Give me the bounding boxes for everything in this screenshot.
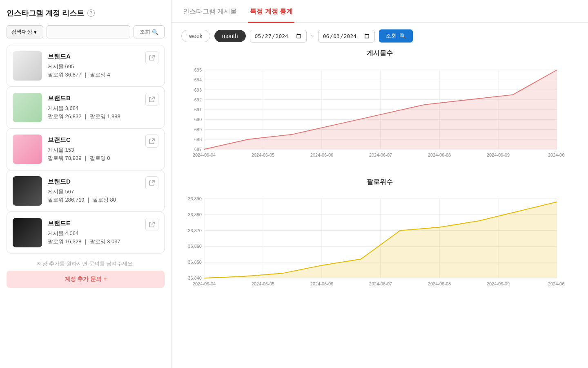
account-info: 브랜드D 게시물 567 팔로워 286,719 ｜ 팔로잉 80 (48, 178, 158, 204)
follower-chart-svg: 36,89036,88036,87036,86036,85036,8402024… (181, 191, 565, 297)
svg-text:2024-06-08: 2024-06-08 (428, 281, 451, 286)
svg-text:36,880: 36,880 (188, 212, 202, 217)
svg-text:688: 688 (194, 137, 202, 142)
external-link-button[interactable] (145, 51, 158, 64)
account-card: 브랜드E 게시물 4,064 팔로워 16,328 ｜ 팔로잉 3,037 (7, 212, 165, 254)
post-chart-title: 게시물수 (181, 49, 578, 58)
search-icon-query: 🔍 (399, 33, 406, 39)
external-link-button[interactable] (145, 93, 158, 106)
search-row: 검색대상 ▾ 조회 🔍 (7, 25, 165, 38)
tab-instagram-posts[interactable]: 인스타그램 게시물 (181, 0, 238, 23)
svg-text:2024-06-06: 2024-06-06 (310, 281, 333, 286)
query-button[interactable]: 조회 🔍 (379, 29, 413, 43)
svg-text:2024-06-05: 2024-06-05 (252, 153, 274, 157)
account-posts: 게시물 695 (48, 63, 158, 70)
tab-account-stats[interactable]: 특정 계정 통계 (248, 0, 294, 23)
svg-text:2024-06-07: 2024-06-07 (369, 281, 392, 286)
external-link-icon (149, 96, 155, 102)
chevron-down-icon: ▾ (34, 29, 37, 35)
svg-text:2024-06-08: 2024-06-08 (428, 153, 451, 157)
account-info: 브랜드B 게시물 3,684 팔로워 26,832 ｜ 팔로잉 1,888 (48, 94, 158, 121)
account-list: 브랜드A 게시물 695 팔로워 36,877 ｜ 팔로잉 4 브랜드B 게시물… (7, 45, 165, 254)
account-info: 브랜드C 게시물 153 팔로워 78,939 ｜ 팔로잉 0 (48, 136, 158, 163)
external-link-button[interactable] (145, 218, 158, 231)
avatar (13, 176, 42, 206)
account-name: 브랜드D (48, 178, 158, 186)
external-link-button[interactable] (145, 176, 158, 189)
month-filter-button[interactable]: month (214, 30, 246, 42)
post-chart-container: 게시물수 6956946936926916906896886872024-06-… (172, 49, 588, 178)
account-name: 브랜드B (48, 94, 158, 102)
svg-text:2024-06-09: 2024-06-09 (487, 153, 510, 157)
svg-text:2024-06-07: 2024-06-07 (369, 153, 392, 157)
week-filter-button[interactable]: week (181, 30, 210, 42)
external-link-icon (149, 180, 155, 186)
date-from-input[interactable] (250, 30, 307, 43)
avatar (13, 135, 42, 164)
account-name: 브랜드C (48, 136, 158, 144)
svg-text:695: 695 (194, 67, 202, 72)
follower-chart-wrap: 36,89036,88036,87036,86036,85036,8402024… (181, 191, 578, 298)
post-chart-svg: 6956946936926916906896886872024-06-04202… (181, 62, 565, 168)
svg-text:2024-06-: 2024-06- (548, 281, 565, 286)
account-followers: 팔로워 16,328 ｜ 팔로잉 3,037 (48, 238, 158, 245)
svg-text:689: 689 (194, 127, 202, 132)
svg-text:692: 692 (194, 97, 202, 102)
tabs-row: 인스타그램 게시물 특정 계정 통계 (172, 0, 588, 23)
external-link-icon (149, 222, 155, 227)
svg-text:2024-06-05: 2024-06-05 (252, 281, 274, 286)
follower-chart-container: 팔로위수 36,89036,88036,87036,86036,85036,84… (172, 178, 588, 307)
svg-text:36,840: 36,840 (188, 276, 202, 280)
svg-text:36,870: 36,870 (188, 228, 202, 233)
avatar (13, 51, 42, 81)
panel-title-row: 인스타그램 계정 리스트 ? (7, 8, 165, 18)
svg-text:687: 687 (194, 147, 202, 152)
date-to-input[interactable] (318, 30, 375, 43)
follower-chart-title: 팔로위수 (181, 178, 578, 186)
svg-text:36,860: 36,860 (188, 244, 202, 249)
account-card: 브랜드A 게시물 695 팔로워 36,877 ｜ 팔로잉 4 (7, 45, 165, 87)
account-card: 브랜드D 게시물 567 팔로워 286,719 ｜ 팔로잉 80 (7, 170, 165, 212)
search-input[interactable] (47, 25, 130, 38)
svg-text:2024-06-04: 2024-06-04 (193, 153, 216, 157)
account-card: 브랜드B 게시물 3,684 팔로워 26,832 ｜ 팔로잉 1,888 (7, 87, 165, 128)
account-info: 브랜드E 게시물 4,064 팔로워 16,328 ｜ 팔로잉 3,037 (48, 220, 158, 246)
external-link-icon (149, 138, 155, 144)
account-followers: 팔로워 286,719 ｜ 팔로잉 80 (48, 196, 158, 204)
account-name: 브랜드E (48, 220, 158, 227)
svg-text:690: 690 (194, 117, 202, 122)
search-icon: 🔍 (152, 29, 158, 35)
svg-text:2024-06-06: 2024-06-06 (310, 153, 333, 157)
external-link-button[interactable] (145, 135, 158, 148)
help-icon[interactable]: ? (87, 9, 95, 17)
post-chart-wrap: 6956946936926916906896886872024-06-04202… (181, 62, 578, 170)
avatar (13, 93, 42, 122)
svg-text:2024-06-09: 2024-06-09 (487, 281, 510, 286)
svg-text:693: 693 (194, 88, 202, 92)
avatar (13, 218, 42, 247)
date-separator: ~ (311, 33, 314, 39)
panel-title-text: 인스타그램 계정 리스트 (7, 8, 84, 18)
account-name: 브랜드A (48, 53, 158, 61)
account-followers: 팔로워 36,877 ｜ 팔로잉 4 (48, 71, 158, 79)
account-followers: 팔로워 26,832 ｜ 팔로잉 1,888 (48, 113, 158, 120)
svg-text:2024-06-04: 2024-06-04 (193, 281, 216, 286)
account-followers: 팔로워 78,939 ｜ 팔로잉 0 (48, 155, 158, 162)
search-button[interactable]: 조회 🔍 (134, 25, 165, 38)
search-select[interactable]: 검색대상 ▾ (7, 25, 43, 38)
account-posts: 게시물 4,064 (48, 230, 158, 237)
account-posts: 게시물 567 (48, 188, 158, 195)
svg-text:36,850: 36,850 (188, 260, 202, 265)
account-card: 브랜드C 게시물 153 팔로워 78,939 ｜ 팔로잉 0 (7, 128, 165, 170)
left-panel: 인스타그램 계정 리스트 ? 검색대상 ▾ 조회 🔍 브랜드A 게시물 695 … (0, 0, 172, 368)
svg-text:691: 691 (194, 107, 202, 112)
svg-text:36,890: 36,890 (188, 196, 202, 201)
add-account-button[interactable]: 계정 추가 문의 + (7, 271, 165, 288)
filter-row: week month ~ 조회 🔍 (172, 23, 588, 49)
svg-text:2024-06-: 2024-06- (548, 153, 565, 157)
right-panel: 인스타그램 게시물 특정 계정 통계 week month ~ 조회 🔍 게시물… (172, 0, 588, 368)
account-info: 브랜드A 게시물 695 팔로워 36,877 ｜ 팔로잉 4 (48, 53, 158, 79)
add-account-text: 계정 추가를 원하시면 문의를 남겨주세요. (7, 260, 165, 267)
account-posts: 게시물 3,684 (48, 105, 158, 112)
account-posts: 게시물 153 (48, 146, 158, 154)
